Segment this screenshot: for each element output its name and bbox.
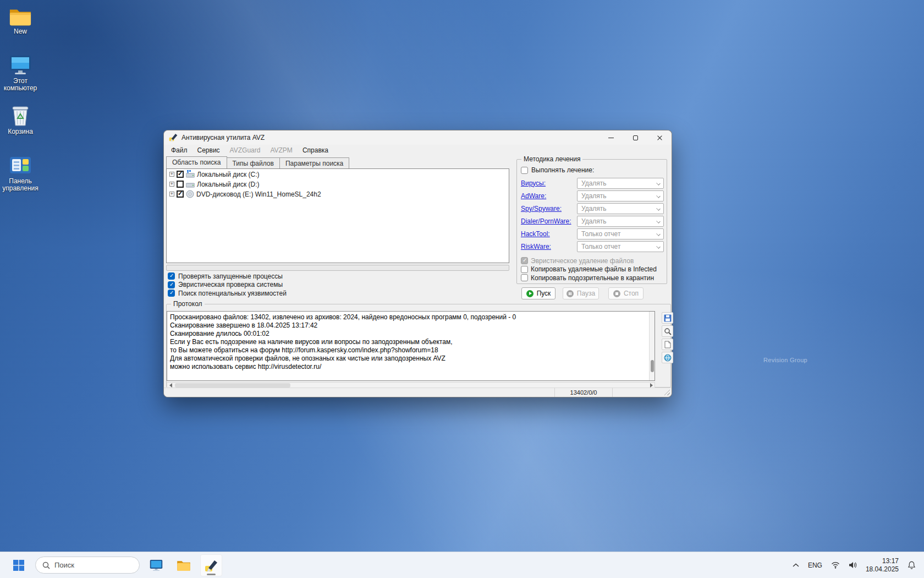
option-heuristic-removal[interactable]: Эвристическое удаление файлов: [521, 257, 657, 265]
start-menu-button[interactable]: [8, 554, 30, 576]
checkbox[interactable]: [168, 290, 175, 297]
tab-search-params[interactable]: Параметры поиска: [279, 157, 349, 168]
adware-link[interactable]: AdWare:: [521, 192, 546, 200]
search-log-icon[interactable]: [662, 325, 673, 337]
tree-item-label: Локальный диск (C:): [197, 171, 260, 178]
checkbox[interactable]: [521, 167, 528, 174]
tree-row[interactable]: + Локальный диск (C:): [169, 170, 509, 179]
option-vulnerability-search[interactable]: Поиск потенциальных уязвимостей: [168, 289, 287, 298]
tab-search-area[interactable]: Область поиска: [166, 156, 227, 168]
log-line: Для автоматической проверки файлов, не о…: [170, 355, 647, 363]
checkbox[interactable]: [168, 272, 175, 280]
tree-row[interactable]: + Локальный диск (D:): [169, 179, 509, 189]
tab-strip: Область поиска Типы файлов Параметры пои…: [166, 156, 349, 168]
riskware-action-select[interactable]: Только отчет: [577, 241, 664, 252]
checkbox[interactable]: [521, 257, 528, 264]
start-button-label: Пуск: [537, 290, 551, 297]
drive-d-checkbox[interactable]: [177, 181, 184, 188]
play-icon: [526, 290, 534, 297]
tray-overflow-button[interactable]: [790, 555, 802, 575]
minimize-button[interactable]: [599, 130, 623, 145]
desktop-icon-recycle-bin[interactable]: Корзина: [0, 103, 41, 135]
maximize-icon: [633, 135, 638, 140]
language-indicator[interactable]: ENG: [805, 555, 825, 575]
expand-icon[interactable]: +: [169, 192, 174, 197]
menu-help[interactable]: Справка: [298, 145, 333, 155]
desktop-icon-new-folder[interactable]: New: [0, 7, 41, 35]
adware-action-select[interactable]: Удалять: [577, 190, 664, 201]
viruses-link[interactable]: Вирусы:: [521, 179, 546, 187]
tree-item-label: Локальный диск (D:): [197, 181, 260, 188]
menu-file[interactable]: Файл: [166, 145, 193, 155]
resize-grip[interactable]: [664, 389, 670, 395]
taskbar-search-input[interactable]: Поиск: [35, 557, 140, 574]
dialer-action-select[interactable]: Удалять: [577, 216, 664, 227]
tree-item-label: DVD-дисковод (E:) Win11_HomeSL_24h2: [196, 190, 321, 198]
treatment-row-viruses: Вирусы: Удалять: [521, 177, 664, 189]
option-check-processes[interactable]: Проверять запущенные процессы: [168, 272, 287, 281]
dialer-link[interactable]: Dialer/PornWare:: [521, 217, 571, 225]
taskbar-file-explorer-button[interactable]: [173, 554, 195, 576]
menu-bar: Файл Сервис AVZGuard AVZPM Справка: [166, 145, 333, 155]
viruses-action-select[interactable]: Удалять: [577, 178, 664, 189]
select-value: Удалять: [581, 217, 607, 225]
desktop-icon-this-pc[interactable]: Этот компьютер: [0, 54, 41, 92]
save-report-icon[interactable]: [662, 312, 673, 324]
checkbox[interactable]: [521, 266, 528, 273]
tab-file-types[interactable]: Типы файлов: [227, 157, 280, 168]
perform-treatment-option[interactable]: Выполнять лечение:: [521, 166, 594, 174]
checkbox[interactable]: [521, 274, 528, 281]
this-pc-icon: [0, 54, 41, 76]
menu-service[interactable]: Сервис: [193, 145, 225, 155]
notification-center-button[interactable]: [905, 555, 919, 575]
desktop-icon-label: Панель управления: [0, 178, 41, 192]
maximize-button[interactable]: [623, 130, 647, 145]
checkbox[interactable]: [168, 281, 175, 288]
option-heuristic-check[interactable]: Эвристическая проверка системы: [168, 281, 287, 290]
protocol-group: Протокол Просканировано файлов: 13402, и…: [166, 304, 671, 388]
expand-icon[interactable]: +: [169, 182, 174, 187]
pause-button[interactable]: Пауза: [563, 287, 599, 299]
title-bar[interactable]: Антивирусная утилита AVZ: [164, 130, 672, 145]
desktop-icon-label: Корзина: [0, 128, 41, 135]
protocol-log[interactable]: Просканировано файлов: 13402, извлечено …: [167, 311, 655, 381]
stop-button[interactable]: Стоп: [608, 287, 644, 299]
expand-icon[interactable]: +: [169, 172, 174, 177]
hacktool-action-select[interactable]: Только отчет: [577, 228, 664, 239]
pause-icon: [566, 290, 574, 297]
menu-avzguard[interactable]: AVZGuard: [225, 145, 266, 155]
taskbar-this-pc-button[interactable]: [145, 554, 167, 576]
option-copy-deleted[interactable]: Копировать удаляемые файлы в Infected: [521, 265, 657, 274]
drive-icon: [186, 170, 195, 178]
scrollbar-thumb[interactable]: [175, 383, 290, 388]
stop-button-label: Стоп: [624, 290, 639, 297]
hacktool-link[interactable]: HackTool:: [521, 230, 550, 238]
windows-logo-icon: [13, 559, 25, 571]
tree-row[interactable]: + DVD-дисковод (E:) Win11_HomeSL_24h2: [169, 189, 509, 199]
new-document-icon[interactable]: [662, 339, 673, 350]
network-button[interactable]: [828, 555, 843, 575]
menu-avzpm[interactable]: AVZPM: [265, 145, 297, 155]
web-service-icon[interactable]: [662, 352, 673, 363]
drive-c-checkbox[interactable]: [177, 171, 184, 178]
clock[interactable]: 13:17 18.04.2025: [863, 555, 901, 575]
taskbar-avz-button[interactable]: [200, 554, 222, 576]
desktop-icon-control-panel[interactable]: Панель управления: [0, 155, 41, 192]
volume-button[interactable]: [846, 555, 860, 575]
treatment-rows: Вирусы: Удалять AdWare: Удалять Spy/Spyw…: [521, 177, 664, 253]
minimize-icon: [608, 138, 614, 138]
spyware-link[interactable]: Spy/Spyware:: [521, 205, 562, 212]
option-label: Поиск потенциальных уязвимостей: [178, 290, 287, 297]
riskware-link[interactable]: RiskWare:: [521, 243, 551, 250]
protocol-vertical-scrollbar[interactable]: [649, 312, 654, 380]
spyware-action-select[interactable]: Удалять: [577, 203, 664, 214]
scrollbar-thumb[interactable]: [651, 360, 654, 372]
start-button[interactable]: Пуск: [521, 287, 556, 299]
option-copy-suspicious[interactable]: Копировать подозрительные в карантин: [521, 274, 657, 282]
notification-bell-icon: [908, 561, 916, 569]
select-value: Удалять: [581, 192, 607, 200]
select-value: Только отчет: [581, 243, 620, 250]
dvd-e-checkbox[interactable]: [177, 190, 184, 198]
close-button[interactable]: [647, 130, 672, 145]
search-area-tree[interactable]: + Локальный диск (C:) + Локальный диск (…: [166, 168, 509, 263]
